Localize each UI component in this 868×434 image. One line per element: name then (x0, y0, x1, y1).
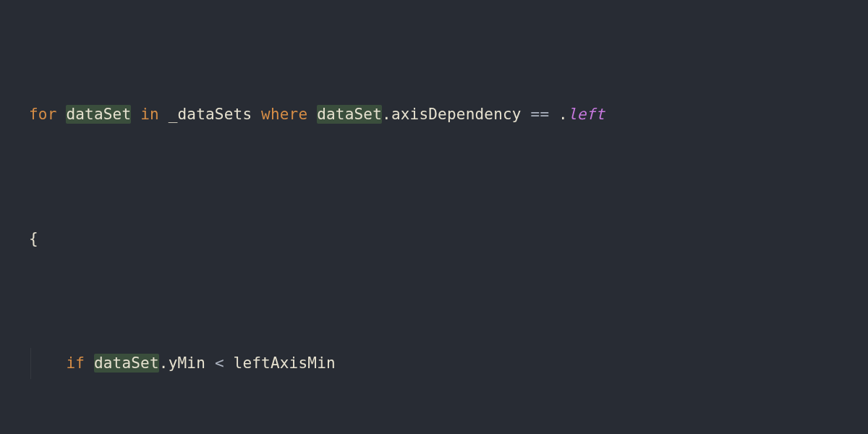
code-line[interactable]: if dataSet.yMin < leftAxisMin (0, 348, 868, 379)
code-line[interactable]: for dataSet in _dataSets where dataSet.a… (0, 99, 868, 130)
indent-guide (30, 348, 31, 379)
code-line[interactable]: { (0, 224, 868, 255)
code-text: for dataSet in _dataSets where dataSet.a… (29, 99, 605, 130)
code-text: if dataSet.yMin < leftAxisMin (29, 348, 336, 379)
code-editor[interactable]: for dataSet in _dataSets where dataSet.a… (0, 0, 868, 434)
code-text: { (29, 224, 38, 255)
